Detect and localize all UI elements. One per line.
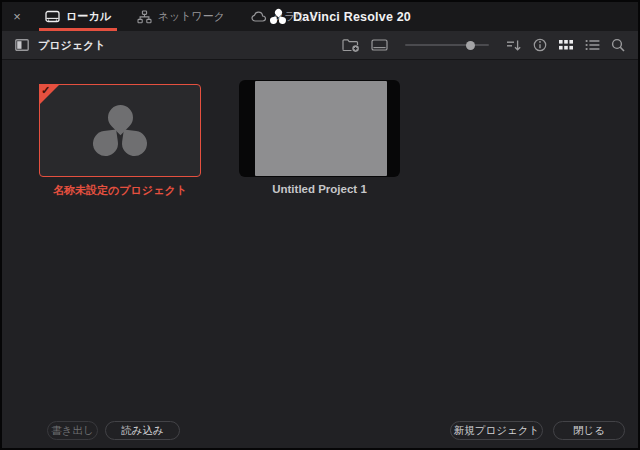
thumbnail-size-slider[interactable] [405,38,489,52]
tab-local[interactable]: ローカル [39,2,117,31]
new-project-button[interactable]: 新規プロジェクト [450,421,543,440]
grid-view-icon[interactable] [558,39,574,51]
toolbar: プロジェクト [2,31,638,60]
tab-network-label: ネットワーク [158,9,225,24]
cloud-icon [251,11,267,23]
titlebar: × ローカル [2,2,638,31]
panel-toggle-icon[interactable] [15,39,29,51]
preview-icon[interactable] [371,39,388,51]
new-folder-icon[interactable] [342,38,360,52]
tab-local-label: ローカル [66,9,111,24]
davinci-logo-icon [270,9,286,24]
project-thumbnail [255,81,387,176]
project-name-label: 名称未設定のプロジェクト [12,183,228,198]
close-window-button[interactable]: × [8,2,26,31]
project-manager-window: × ローカル [0,0,640,450]
search-icon[interactable] [611,38,625,52]
slider-thumb[interactable] [466,41,475,50]
project-card-untitled-jp[interactable]: ✓ [39,84,201,177]
list-view-icon[interactable] [585,39,600,51]
close-button[interactable]: 閉じる [553,421,625,440]
app-branding: DaVinci Resolve 20 [270,2,411,31]
tab-network[interactable]: ネットワーク [131,2,231,31]
drive-icon [45,10,60,23]
davinci-thumbnail-logo-icon [91,105,149,157]
export-button[interactable]: 書き出し [47,421,98,440]
toolbar-title: プロジェクト [38,38,106,53]
info-icon[interactable] [533,38,547,52]
sort-icon[interactable] [506,39,522,52]
project-card-untitled-1[interactable] [239,80,400,177]
import-button[interactable]: 読み込み [105,421,180,440]
slider-track[interactable] [405,44,489,46]
check-icon: ✓ [41,84,50,97]
app-title: DaVinci Resolve 20 [293,10,411,24]
network-icon [137,10,152,24]
project-name-label: Untitled Project 1 [239,183,400,195]
